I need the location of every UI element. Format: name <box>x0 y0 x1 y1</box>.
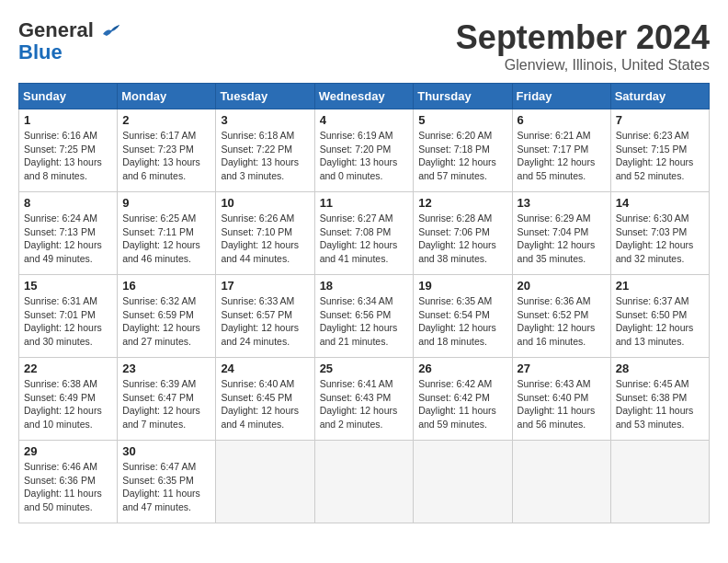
column-header-thursday: Thursday <box>414 84 512 109</box>
day-detail: Sunrise: 6:21 AMSunset: 7:17 PMDaylight:… <box>518 129 606 183</box>
day-number: 29 <box>24 444 112 458</box>
day-number: 24 <box>221 362 309 375</box>
day-number: 21 <box>616 279 704 293</box>
day-detail: Sunrise: 6:29 AMSunset: 7:04 PMDaylight:… <box>518 212 606 266</box>
title-block: September 2024 Glenview, Illinois, Unite… <box>456 18 710 74</box>
day-number: 22 <box>24 362 112 375</box>
day-number: 28 <box>616 362 704 375</box>
day-number: 1 <box>24 113 112 127</box>
calendar-cell: 22Sunrise: 6:38 AMSunset: 6:49 PMDayligh… <box>19 358 118 441</box>
calendar-cell: 4Sunrise: 6:19 AMSunset: 7:20 PMDaylight… <box>314 109 414 192</box>
calendar-cell <box>610 441 709 523</box>
day-number: 13 <box>518 196 606 210</box>
day-number: 15 <box>24 279 112 293</box>
column-header-wednesday: Wednesday <box>314 84 414 109</box>
column-header-monday: Monday <box>118 84 216 109</box>
column-header-friday: Friday <box>512 84 610 109</box>
calendar-cell: 8Sunrise: 6:24 AMSunset: 7:13 PMDaylight… <box>19 192 118 275</box>
calendar-cell: 13Sunrise: 6:29 AMSunset: 7:04 PMDayligh… <box>512 192 610 275</box>
day-number: 7 <box>616 113 704 127</box>
calendar-cell: 27Sunrise: 6:43 AMSunset: 6:40 PMDayligh… <box>512 358 610 441</box>
day-detail: Sunrise: 6:35 AMSunset: 6:54 PMDaylight:… <box>418 294 506 349</box>
day-detail: Sunrise: 6:16 AMSunset: 7:25 PMDaylight:… <box>24 129 112 183</box>
calendar-cell: 20Sunrise: 6:36 AMSunset: 6:52 PMDayligh… <box>512 275 610 358</box>
calendar-cell: 19Sunrise: 6:35 AMSunset: 6:54 PMDayligh… <box>414 275 512 358</box>
calendar-cell: 29Sunrise: 6:46 AMSunset: 6:36 PMDayligh… <box>19 441 118 523</box>
calendar-cell: 1Sunrise: 6:16 AMSunset: 7:25 PMDaylight… <box>19 109 118 192</box>
day-detail: Sunrise: 6:23 AMSunset: 7:15 PMDaylight:… <box>616 129 704 183</box>
column-header-tuesday: Tuesday <box>216 84 314 109</box>
calendar-cell: 9Sunrise: 6:25 AMSunset: 7:11 PMDaylight… <box>118 192 216 275</box>
day-number: 20 <box>518 279 606 293</box>
calendar-cell: 10Sunrise: 6:26 AMSunset: 7:10 PMDayligh… <box>216 192 314 275</box>
day-number: 17 <box>221 279 309 293</box>
day-number: 12 <box>418 196 506 210</box>
day-number: 8 <box>24 196 112 210</box>
column-header-sunday: Sunday <box>19 84 118 109</box>
calendar-cell: 28Sunrise: 6:45 AMSunset: 6:38 PMDayligh… <box>610 358 709 441</box>
day-number: 30 <box>122 444 210 458</box>
day-detail: Sunrise: 6:17 AMSunset: 7:23 PMDaylight:… <box>122 129 210 183</box>
day-detail: Sunrise: 6:28 AMSunset: 7:06 PMDaylight:… <box>418 212 506 266</box>
day-number: 10 <box>221 196 309 210</box>
day-number: 3 <box>221 113 309 127</box>
day-detail: Sunrise: 6:18 AMSunset: 7:22 PMDaylight:… <box>221 129 309 183</box>
calendar-cell: 12Sunrise: 6:28 AMSunset: 7:06 PMDayligh… <box>414 192 512 275</box>
calendar-cell <box>216 441 314 523</box>
calendar-cell <box>512 441 610 523</box>
week-row-5: 29Sunrise: 6:46 AMSunset: 6:36 PMDayligh… <box>19 441 710 523</box>
calendar-cell: 6Sunrise: 6:21 AMSunset: 7:17 PMDaylight… <box>512 109 610 192</box>
day-number: 5 <box>418 113 506 127</box>
calendar-table: SundayMondayTuesdayWednesdayThursdayFrid… <box>18 83 710 523</box>
calendar-cell: 24Sunrise: 6:40 AMSunset: 6:45 PMDayligh… <box>216 358 314 441</box>
day-number: 14 <box>616 196 704 210</box>
calendar-cell: 7Sunrise: 6:23 AMSunset: 7:15 PMDaylight… <box>610 109 709 192</box>
calendar-cell: 15Sunrise: 6:31 AMSunset: 7:01 PMDayligh… <box>19 275 118 358</box>
day-number: 16 <box>122 279 210 293</box>
day-detail: Sunrise: 6:39 AMSunset: 6:47 PMDaylight:… <box>122 377 210 431</box>
calendar-cell: 14Sunrise: 6:30 AMSunset: 7:03 PMDayligh… <box>610 192 709 275</box>
day-detail: Sunrise: 6:27 AMSunset: 7:08 PMDaylight:… <box>320 212 409 266</box>
day-detail: Sunrise: 6:45 AMSunset: 6:38 PMDaylight:… <box>616 377 704 431</box>
calendar-cell: 25Sunrise: 6:41 AMSunset: 6:43 PMDayligh… <box>314 358 414 441</box>
day-detail: Sunrise: 6:34 AMSunset: 6:56 PMDaylight:… <box>320 294 409 349</box>
day-detail: Sunrise: 6:24 AMSunset: 7:13 PMDaylight:… <box>24 212 112 266</box>
day-detail: Sunrise: 6:46 AMSunset: 6:36 PMDaylight:… <box>24 460 112 514</box>
calendar-cell: 21Sunrise: 6:37 AMSunset: 6:50 PMDayligh… <box>610 275 709 358</box>
day-number: 19 <box>418 279 506 293</box>
day-number: 2 <box>122 113 210 127</box>
bird-icon <box>101 21 121 38</box>
calendar-cell <box>314 441 414 523</box>
calendar-cell <box>414 441 512 523</box>
day-detail: Sunrise: 6:30 AMSunset: 7:03 PMDaylight:… <box>616 212 704 266</box>
calendar-cell: 16Sunrise: 6:32 AMSunset: 6:59 PMDayligh… <box>118 275 216 358</box>
calendar-cell: 23Sunrise: 6:39 AMSunset: 6:47 PMDayligh… <box>118 358 216 441</box>
day-detail: Sunrise: 6:38 AMSunset: 6:49 PMDaylight:… <box>24 377 112 431</box>
day-detail: Sunrise: 6:26 AMSunset: 7:10 PMDaylight:… <box>221 212 309 266</box>
day-detail: Sunrise: 6:20 AMSunset: 7:18 PMDaylight:… <box>418 129 506 183</box>
calendar-cell: 3Sunrise: 6:18 AMSunset: 7:22 PMDaylight… <box>216 109 314 192</box>
day-detail: Sunrise: 6:25 AMSunset: 7:11 PMDaylight:… <box>122 212 210 266</box>
day-detail: Sunrise: 6:31 AMSunset: 7:01 PMDaylight:… <box>24 294 112 349</box>
day-detail: Sunrise: 6:33 AMSunset: 6:57 PMDaylight:… <box>221 294 309 349</box>
day-number: 18 <box>320 279 409 293</box>
calendar-cell: 17Sunrise: 6:33 AMSunset: 6:57 PMDayligh… <box>216 275 314 358</box>
column-header-saturday: Saturday <box>610 84 709 109</box>
day-number: 6 <box>518 113 606 127</box>
day-detail: Sunrise: 6:37 AMSunset: 6:50 PMDaylight:… <box>616 294 704 349</box>
day-detail: Sunrise: 6:19 AMSunset: 7:20 PMDaylight:… <box>320 129 409 183</box>
week-row-3: 15Sunrise: 6:31 AMSunset: 7:01 PMDayligh… <box>19 275 710 358</box>
calendar-cell: 26Sunrise: 6:42 AMSunset: 6:42 PMDayligh… <box>414 358 512 441</box>
page-subtitle: Glenview, Illinois, United States <box>456 57 710 74</box>
week-row-4: 22Sunrise: 6:38 AMSunset: 6:49 PMDayligh… <box>19 358 710 441</box>
calendar-cell: 5Sunrise: 6:20 AMSunset: 7:18 PMDaylight… <box>414 109 512 192</box>
day-number: 11 <box>320 196 409 210</box>
page-header: General Blue September 2024 Glenview, Il… <box>18 18 710 74</box>
day-detail: Sunrise: 6:43 AMSunset: 6:40 PMDaylight:… <box>518 377 606 431</box>
calendar-cell: 2Sunrise: 6:17 AMSunset: 7:23 PMDaylight… <box>118 109 216 192</box>
day-detail: Sunrise: 6:32 AMSunset: 6:59 PMDaylight:… <box>122 294 210 349</box>
day-number: 9 <box>122 196 210 210</box>
day-number: 23 <box>122 362 210 375</box>
day-detail: Sunrise: 6:42 AMSunset: 6:42 PMDaylight:… <box>418 377 506 431</box>
calendar-cell: 11Sunrise: 6:27 AMSunset: 7:08 PMDayligh… <box>314 192 414 275</box>
